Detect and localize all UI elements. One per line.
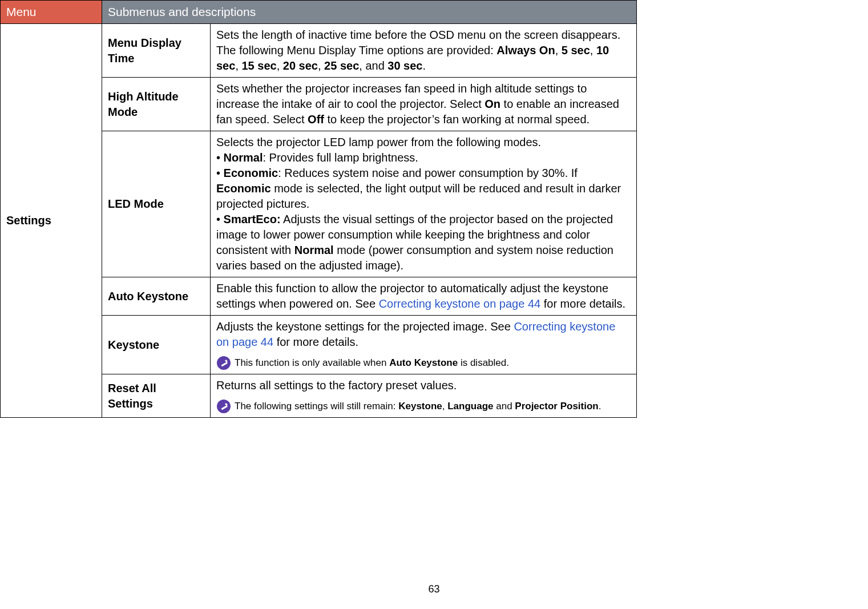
- text: Adjusts the keystone settings for the pr…: [216, 320, 514, 333]
- option: 20 sec: [283, 59, 318, 72]
- submenu-description: Sets whether the projector increases fan…: [211, 78, 637, 131]
- option: Normal: [224, 151, 263, 164]
- submenu-name: High Altitude Mode: [102, 78, 211, 131]
- text: ,: [442, 401, 447, 412]
- bullet: • SmartEco: Adjusts the visual settings …: [216, 212, 631, 273]
- page-number: 63: [0, 583, 868, 595]
- text: ,: [590, 44, 596, 57]
- text: , and: [359, 59, 387, 72]
- option: 30 sec: [387, 59, 422, 72]
- svg-point-2: [217, 400, 231, 413]
- text: .: [599, 401, 601, 412]
- submenu-description: Adjusts the keystone settings for the pr…: [211, 316, 637, 374]
- submenu-description: Sets the length of inactive time before …: [211, 24, 637, 78]
- text: This function is only available when: [235, 357, 389, 368]
- submenu-description: Returns all settings to the factory pres…: [211, 374, 637, 418]
- option: Off: [308, 113, 324, 126]
- option: Always On: [496, 44, 555, 57]
- text: ,: [235, 59, 241, 72]
- table-header-row: Menu Submenus and descriptions: [1, 1, 637, 24]
- text: Selects the projector LED lamp power fro…: [216, 135, 631, 150]
- header-submenus: Submenus and descriptions: [102, 1, 637, 24]
- text: and: [494, 401, 515, 412]
- option: Auto Keystone: [389, 357, 458, 368]
- text: .: [422, 59, 426, 72]
- note: The following settings will still remain…: [216, 399, 631, 414]
- text: The following settings will still remain…: [235, 401, 398, 412]
- submenu-name: Auto Keystone: [102, 277, 211, 316]
- submenu-description: Selects the projector LED lamp power fro…: [211, 131, 637, 277]
- bullet: • Economic: Reduces system noise and pow…: [216, 166, 631, 212]
- text: is disabled.: [458, 357, 509, 368]
- text: ,: [277, 59, 283, 72]
- option: Language: [447, 401, 493, 412]
- option: Economic: [216, 182, 271, 195]
- text: ,: [555, 44, 562, 57]
- text: : Provides full lamp brightness.: [263, 151, 418, 164]
- note-icon: [216, 399, 231, 414]
- text: •: [216, 167, 224, 179]
- submenu-name: Keystone: [102, 316, 211, 374]
- menu-table: Menu Submenus and descriptions Settings …: [0, 0, 637, 418]
- cross-reference-link[interactable]: Correcting keystone on page 44: [379, 297, 541, 310]
- option: Economic: [224, 167, 278, 179]
- text: Returns all settings to the factory pres…: [216, 378, 631, 393]
- text: : Reduces system noise and power consump…: [278, 167, 578, 179]
- submenu-name: Reset All Settings: [102, 374, 211, 418]
- svg-point-0: [217, 356, 231, 370]
- text: for more details.: [540, 297, 625, 310]
- text: •: [216, 151, 224, 164]
- header-menu: Menu: [1, 1, 102, 24]
- note-text: This function is only available when Aut…: [235, 357, 509, 370]
- note: This function is only available when Aut…: [216, 356, 631, 370]
- submenu-name: LED Mode: [102, 131, 211, 277]
- option: 15 sec: [242, 59, 277, 72]
- text-block: Adjusts the keystone settings for the pr…: [216, 319, 631, 350]
- bullet: • Normal: Provides full lamp brightness.: [216, 150, 631, 166]
- option: 5 sec: [562, 44, 590, 57]
- option: Keystone: [398, 401, 442, 412]
- submenu-name: Menu Display Time: [102, 24, 211, 78]
- option: On: [485, 98, 500, 110]
- note-icon: [216, 356, 231, 370]
- note-text: The following settings will still remain…: [235, 400, 601, 413]
- menu-category: Settings: [1, 24, 102, 418]
- option: SmartEco:: [224, 213, 281, 225]
- option: Projector Position: [515, 401, 598, 412]
- text: ,: [318, 59, 324, 72]
- submenu-description: Enable this function to allow the projec…: [211, 277, 637, 316]
- table-row: Settings Menu Display Time Sets the leng…: [1, 24, 637, 78]
- text: •: [216, 213, 224, 225]
- text: to keep the projector’s fan working at n…: [324, 113, 590, 126]
- option: Normal: [294, 244, 334, 256]
- text: mode is selected, the light output will …: [216, 182, 621, 210]
- text: for more details.: [273, 336, 358, 348]
- option: 25 sec: [324, 59, 359, 72]
